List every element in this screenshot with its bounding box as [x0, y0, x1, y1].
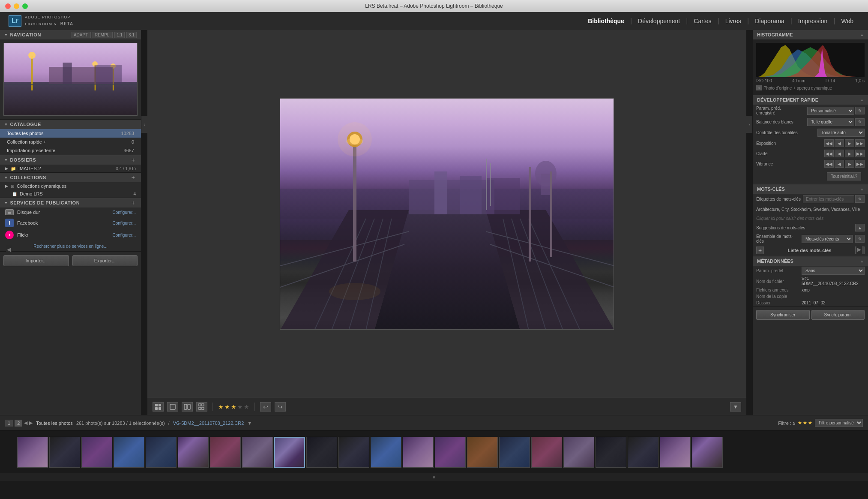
services-add-btn[interactable]: +	[130, 199, 137, 206]
catalogue-item-import[interactable]: Importation précédente 4687	[0, 146, 141, 155]
service-item-flickr[interactable]: ✦ Flickr Configurer...	[0, 229, 141, 241]
navigation-header[interactable]: ▼ Navigation ADAPT. REMPL. 1:1 3:1	[0, 30, 141, 39]
histogram-header[interactable]: Histogramme ▲	[753, 30, 868, 39]
keywords-suggestions-expand-btn[interactable]: ▲	[855, 224, 865, 231]
flickr-configure-btn[interactable]: Configurer...	[113, 233, 136, 237]
import-button[interactable]: Importer...	[3, 255, 69, 266]
filter-star-3[interactable]: ★	[808, 420, 812, 426]
collection-item-demo[interactable]: 📋 Demo LRS 4	[0, 190, 141, 198]
film-thumb-12[interactable]	[371, 437, 401, 468]
qd-vibrance-dec-dec-btn[interactable]: ◀◀	[824, 160, 834, 168]
synch-param-btn[interactable]: Synch. param.	[811, 310, 865, 320]
nav-livres[interactable]: Livres	[719, 18, 747, 24]
film-thumb-4[interactable]	[114, 437, 144, 468]
qd-clarity-inc-btn[interactable]: ▶	[845, 150, 854, 157]
metadata-preset-select[interactable]: Sans	[802, 267, 865, 275]
qd-vibrance-inc-btn[interactable]: ▶	[845, 160, 854, 168]
film-thumb-10[interactable]	[306, 437, 337, 468]
filmstrip-bottom-arrow[interactable]: ▼	[432, 475, 436, 480]
film-thumb-5[interactable]	[146, 437, 177, 468]
keywords-set-edit-btn[interactable]: ✎	[855, 235, 865, 243]
qd-exposure-inc-btn[interactable]: ▶	[845, 139, 854, 147]
film-thumb-20[interactable]	[628, 437, 658, 468]
fb-configure-btn[interactable]: Configurer...	[113, 221, 136, 225]
synchroniser-btn[interactable]: Synchroniser	[756, 310, 810, 320]
film-thumb-active[interactable]	[274, 437, 305, 468]
film-thumb-2[interactable]	[49, 437, 80, 468]
view-compare-btn[interactable]	[182, 402, 193, 412]
left-panel-collapse[interactable]: ‹	[141, 116, 147, 133]
page-1-btn[interactable]: 1	[5, 420, 13, 427]
qd-exposure-inc-inc-btn[interactable]: ▶▶	[855, 139, 865, 147]
view-single-btn[interactable]	[167, 402, 178, 412]
qd-vibrance-dec-btn[interactable]: ◀	[835, 160, 844, 168]
star-1[interactable]: ★	[218, 403, 224, 410]
qd-tone-select[interactable]: Tonalité auto	[817, 129, 865, 137]
zoom-1-1-btn[interactable]: 1:1	[114, 32, 125, 38]
keywords-add-btn[interactable]: +	[756, 246, 764, 254]
film-thumb-13[interactable]	[403, 437, 434, 468]
qd-clarity-dec-dec-btn[interactable]: ◀◀	[824, 150, 834, 157]
rotate-right-btn[interactable]: ↪	[275, 402, 286, 412]
keywords-set-select[interactable]: Mots-clés récents	[802, 235, 853, 243]
service-item-facebook[interactable]: f Facebook Configurer...	[0, 217, 141, 229]
star-5[interactable]: ★	[244, 403, 249, 410]
star-3[interactable]: ★	[231, 403, 236, 410]
expand-dropdown-icon[interactable]: ▼	[247, 421, 252, 426]
rempl-btn[interactable]: REMPL.	[93, 32, 113, 38]
film-thumb-16[interactable]	[499, 437, 530, 468]
qd-wb-edit-btn[interactable]: ✎	[855, 118, 865, 126]
film-thumb-3[interactable]	[81, 437, 112, 468]
film-thumb-17[interactable]	[531, 437, 562, 468]
window-controls[interactable]	[5, 3, 28, 9]
qd-exposure-dec-dec-btn[interactable]: ◀◀	[824, 139, 834, 147]
catalogue-header[interactable]: ▼ Catalogue	[0, 120, 141, 129]
star-rating[interactable]: ★ ★ ★ ★ ★	[218, 403, 249, 410]
service-item-hdd[interactable]: ▬ Disque dur Configurer...	[0, 207, 141, 217]
nav-web[interactable]: Web	[835, 18, 859, 24]
toolbar-expand-btn[interactable]: ▼	[730, 402, 741, 412]
qd-clarity-dec-btn[interactable]: ◀	[835, 150, 844, 157]
nav-next-icon[interactable]: ▶	[29, 420, 33, 426]
film-thumb-15[interactable]	[467, 437, 498, 468]
film-thumb-18[interactable]	[563, 437, 594, 468]
page-2-btn[interactable]: 2	[15, 420, 22, 427]
export-button[interactable]: Exporter...	[72, 255, 138, 266]
nav-bibliotheque[interactable]: Bibliothèque	[582, 18, 630, 24]
film-thumb-7[interactable]	[210, 437, 241, 468]
nav-developpement[interactable]: Développement	[632, 18, 686, 24]
view-survey-btn[interactable]	[196, 402, 207, 412]
star-4[interactable]: ★	[237, 403, 243, 410]
collections-header[interactable]: ▼ Collections +	[0, 173, 141, 182]
nav-impression[interactable]: Impression	[792, 18, 833, 24]
right-panel-collapse[interactable]: ›	[746, 116, 752, 133]
collections-add-btn[interactable]: +	[130, 174, 137, 181]
nav-diaporama[interactable]: Diaporama	[749, 18, 790, 24]
dossiers-add-btn[interactable]: +	[130, 156, 137, 163]
qd-exposure-dec-btn[interactable]: ◀	[835, 139, 844, 147]
catalogue-item-quick[interactable]: Collection rapide + 0	[0, 138, 141, 146]
filter-star-1[interactable]: ★	[798, 420, 802, 426]
folder-item-images2[interactable]: ▶ 📁 IMAGES-2 0,4 / 1,8To	[0, 165, 141, 172]
zoom-3-1-btn[interactable]: 3:1	[126, 32, 137, 38]
keywords-enter-input[interactable]	[803, 195, 854, 203]
qd-reset-btn[interactable]: Tout réinitial.?	[827, 172, 861, 180]
film-thumb-8[interactable]	[242, 437, 273, 468]
hdd-configure-btn[interactable]: Configurer...	[113, 210, 136, 215]
adapt-btn[interactable]: ADAPT.	[72, 32, 91, 38]
rotate-left-btn[interactable]: ↩	[260, 402, 271, 412]
quick-develop-header[interactable]: Développement rapide ▲	[753, 95, 868, 105]
film-thumb-6[interactable]	[178, 437, 209, 468]
filter-type-select[interactable]: Filtre personnalisé	[815, 419, 863, 427]
film-thumb-19[interactable]	[596, 437, 626, 468]
image-view[interactable]	[147, 30, 746, 398]
qd-vibrance-inc-inc-btn[interactable]: ▶▶	[855, 160, 865, 168]
qd-saved-preset-edit-btn[interactable]: ✎	[855, 107, 865, 114]
minimize-button[interactable]	[14, 3, 19, 9]
find-more-services[interactable]: Rechercher plus de services en ligne...	[0, 241, 141, 251]
nav-cartes[interactable]: Cartes	[688, 18, 717, 24]
keywords-edit-btn[interactable]: ✎	[855, 195, 865, 203]
film-thumb-11[interactable]	[338, 437, 369, 468]
keywords-click-area[interactable]: Cliquer ici pour saisir des mots-clés	[753, 214, 868, 222]
collection-item-dynamic[interactable]: ▶ ⊞ Collections dynamiques	[0, 182, 141, 190]
